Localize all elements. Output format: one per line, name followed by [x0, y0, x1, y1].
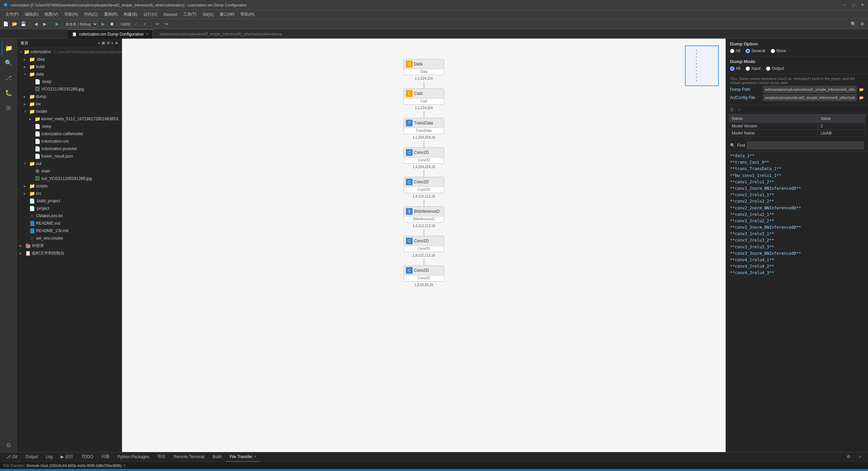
run-button[interactable]: ▶ — [54, 20, 61, 28]
menu-ascend[interactable]: Ascend — [161, 12, 180, 18]
activity-search[interactable]: 🔍 — [2, 56, 15, 70]
refresh-icon[interactable]: ↺ — [106, 41, 110, 45]
debug-config-dropdown[interactable]: 未命名 | Debug — [62, 21, 98, 27]
tree-set-env[interactable]: ⚠ set_env.cmake — [17, 234, 122, 242]
find-result-15[interactable]: **conv3_3relu3_3** — [730, 244, 864, 250]
menu-build[interactable]: 构建(B) — [121, 11, 140, 18]
menu-file[interactable]: 文件(F) — [3, 11, 21, 18]
tab-file-transfer-close[interactable]: ✕ — [254, 455, 256, 458]
radio-mode-output[interactable]: Output — [766, 66, 784, 71]
git-commit-button[interactable]: ✔ — [141, 20, 149, 28]
new-file-icon[interactable]: + — [98, 41, 100, 45]
tree-om[interactable]: 📄 colorization.om — [17, 138, 122, 145]
close-sidebar-icon[interactable]: ✕ — [115, 41, 118, 45]
find-input[interactable] — [747, 142, 864, 149]
graph-node-data[interactable]: D Data Data — [403, 59, 444, 75]
tree-model[interactable]: ▼ 📁 model — [17, 108, 122, 115]
tree-src[interactable]: ▶ 📁 src — [17, 190, 122, 197]
tree-scripts[interactable]: ▶ 📁 scripts — [17, 182, 122, 190]
forward-button[interactable]: ▶ — [41, 20, 48, 28]
dump-path-browse-icon[interactable]: 📂 — [859, 87, 864, 92]
graph-node-cast[interactable]: C Cast Cast — [403, 88, 444, 105]
graph-node-transdata[interactable]: T TransData TransData — [403, 118, 444, 134]
tab-output[interactable]: Output — [22, 452, 41, 462]
graph-canvas[interactable]: D Data Data 1,1,224,224 C Cast Cast 1,1,… — [122, 39, 726, 452]
graph-node-conv2d1[interactable]: C Conv2D Conv2D — [403, 147, 444, 164]
tree-readme[interactable]: 📘 README.md — [17, 220, 122, 227]
tab-git[interactable]: ⎇ Git — [3, 452, 21, 462]
tree-dump[interactable]: ▶ 📁 dump — [17, 93, 122, 100]
menu-tools[interactable]: 工具(T) — [180, 11, 199, 18]
radio-mode-input[interactable]: Input — [746, 66, 761, 71]
graph-node-conv2d4[interactable]: C Conv2D Conv2D — [403, 265, 444, 282]
find-result-7[interactable]: **conv1_2relu1_1** — [730, 192, 864, 198]
tree-data[interactable]: ▼ 📁 data — [17, 70, 122, 78]
radio-mode-input-input[interactable] — [746, 66, 750, 71]
tab-export[interactable]: 导出 — [154, 452, 169, 462]
find-result-18[interactable]: **conv4_2relu4_2** — [730, 263, 864, 270]
tree-caffemodel[interactable]: 📄 colorization.caffemodel — [17, 130, 122, 138]
activity-extensions[interactable]: ⊞ — [2, 101, 15, 115]
menu-edit[interactable]: 编辑(E) — [22, 11, 41, 18]
menu-run[interactable]: 运行(U) — [141, 11, 160, 18]
find-result-13[interactable]: **conv3_1relu3_1** — [730, 231, 864, 237]
tree-external-lib[interactable]: ▶ 📚 外部库 — [17, 242, 122, 249]
radio-all-input[interactable] — [730, 49, 734, 53]
tree-build[interactable]: ▶ 📁 build — [17, 63, 122, 70]
maximize-button[interactable]: □ — [851, 3, 856, 7]
radio-several[interactable]: Several — [746, 48, 765, 53]
tree-vcg-img[interactable]: 🖼 VCG211185191288.jpg — [17, 85, 122, 93]
tab-todo[interactable]: TODO — [78, 452, 96, 462]
find-result-11[interactable]: **conv2_2relu2_2** — [730, 218, 864, 224]
tree-keep2[interactable]: 📄 .keep — [17, 123, 122, 130]
graph-node-conv2d2[interactable]: C Conv2D Conv2D — [403, 177, 444, 193]
find-result-1[interactable]: **data_1** — [730, 153, 864, 159]
menu-window[interactable]: 窗口(W) — [217, 11, 237, 18]
tree-keep1[interactable]: 📄 .keep — [17, 78, 122, 85]
tree-build-project[interactable]: 📄 .build_project — [17, 197, 122, 205]
find-result-3[interactable]: **trans_TransData_1** — [730, 166, 864, 172]
tab-close-icon[interactable]: ✕ — [146, 32, 149, 36]
activity-debug[interactable]: 🐛 — [2, 86, 15, 100]
tab-run[interactable]: ▶ 运行 — [57, 452, 77, 462]
radio-mode-all-input[interactable] — [730, 66, 734, 71]
close-button[interactable]: ✕ — [860, 3, 865, 7]
find-result-8[interactable]: **conv2_2relu2_2** — [730, 198, 864, 205]
minimize-button[interactable]: ─ — [842, 3, 847, 7]
radio-none-input[interactable] — [771, 49, 775, 53]
search-button[interactable]: 🔍 — [850, 20, 857, 28]
tree-out-img[interactable]: 🖼 out_VCG211185191288.jpg — [17, 175, 122, 182]
stop-button[interactable]: ⏹ — [108, 20, 116, 28]
find-result-16[interactable]: **conv3_3norm_BNInferencedD** — [730, 250, 864, 257]
git-check-button[interactable]: ✓ — [133, 20, 140, 28]
settings-icon-btn[interactable]: ⚙ — [843, 452, 854, 462]
find-result-4[interactable]: **bw_conv1_1relu1_1** — [730, 172, 864, 179]
tree-inc[interactable]: ▶ 📁 inc — [17, 100, 122, 108]
graph-node-bninferenced[interactable]: B BNInferenceD BNInferenceD — [403, 206, 444, 223]
find-result-10[interactable]: **conv2_1relu2_1** — [730, 211, 864, 218]
add-row-button[interactable]: ☰ — [729, 107, 735, 113]
menu-git[interactable]: Git(G) — [200, 12, 216, 18]
collapse-icon[interactable]: ≡ — [111, 41, 114, 45]
back-button[interactable]: ◀ — [32, 20, 40, 28]
tree-temp-files[interactable]: ▶ 📋 临时文件和控制台 — [17, 249, 122, 257]
find-result-14[interactable]: **conv3_2relu3_2** — [730, 237, 864, 244]
tab-problems[interactable]: 问题 — [98, 452, 113, 462]
save-button[interactable]: 💾 — [20, 20, 27, 28]
dump-path-input[interactable] — [763, 86, 856, 93]
tree-kernel[interactable]: ▶ 📁 kernel_meta_5112_167196172852493653.… — [17, 115, 122, 123]
find-result-2[interactable]: **trans_Cast_0** — [730, 159, 864, 166]
menu-help[interactable]: 帮助(H) — [238, 11, 257, 18]
tab-python-packages[interactable]: Python Packages — [114, 452, 153, 462]
graph-node-conv2d3[interactable]: C Conv2D Conv2D — [403, 236, 444, 252]
tree-idea[interactable]: ▶ 📁 .idea — [17, 56, 122, 63]
new-file-button[interactable]: 📄 — [2, 20, 9, 28]
menu-navigate[interactable]: 导航(N) — [61, 11, 81, 18]
find-result-9[interactable]: **conv2_2norm_BNInferencedD** — [730, 205, 864, 211]
radio-mode-all[interactable]: All — [730, 66, 740, 71]
menu-code[interactable]: 代码(C) — [81, 11, 101, 18]
find-result-6[interactable]: **conv1_2norm_BNInferencedD** — [730, 185, 864, 192]
radio-several-input[interactable] — [746, 49, 750, 53]
find-result-19[interactable]: **conv4_3relu4_3** — [730, 270, 864, 276]
radio-none[interactable]: None — [771, 48, 786, 53]
